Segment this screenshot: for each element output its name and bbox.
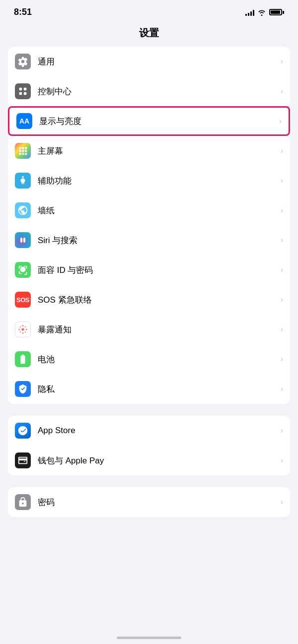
settings-row-battery[interactable]: 电池 › (8, 344, 290, 374)
appstore-icon (15, 423, 31, 439)
password-chevron: › (281, 498, 283, 507)
wallet-icon (15, 452, 31, 468)
settings-section-store: App Store › 钱包与 Apple Pay › (8, 416, 290, 475)
svg-point-22 (26, 329, 27, 330)
settings-row-password[interactable]: 密码 › (8, 487, 290, 517)
display-chevron: › (279, 117, 282, 126)
svg-rect-9 (25, 150, 27, 152)
wallpaper-icon (15, 202, 31, 218)
settings-section-passwords: 密码 › (8, 487, 290, 517)
sos-icon: SOS (15, 292, 31, 308)
sos-label: SOS 紧急联络 (38, 294, 277, 306)
svg-point-16 (21, 269, 22, 270)
privacy-chevron: › (281, 385, 283, 393)
settings-row-display[interactable]: AA 显示与亮度 › (8, 106, 290, 136)
general-chevron: › (281, 57, 283, 66)
exposure-chevron: › (281, 325, 283, 334)
privacy-icon (15, 381, 31, 397)
settings-section-general: 通用 › 控制中心 › AA 显示与亮度 › (8, 47, 290, 404)
svg-point-25 (25, 326, 26, 327)
settings-row-privacy[interactable]: 隐私 › (8, 374, 290, 404)
svg-rect-6 (25, 147, 27, 149)
status-bar: 8:51 (0, 0, 298, 21)
homescreen-icon (15, 143, 31, 159)
settings-row-homescreen[interactable]: 主屏幕 › (8, 136, 290, 166)
appstore-label: App Store (38, 426, 277, 436)
display-icon: AA (16, 113, 32, 129)
settings-row-sos[interactable]: SOS SOS 紧急联络 › (8, 285, 290, 315)
svg-rect-3 (24, 92, 27, 95)
display-label: 显示与亮度 (39, 116, 275, 127)
settings-row-siri[interactable]: Siri 与搜索 › (8, 225, 290, 255)
control-icon (15, 83, 31, 99)
svg-point-23 (20, 326, 21, 327)
wallpaper-label: 墙纸 (38, 205, 277, 216)
svg-rect-5 (22, 147, 24, 149)
accessibility-chevron: › (281, 176, 283, 185)
battery-chevron: › (281, 355, 283, 364)
homescreen-chevron: › (281, 146, 283, 155)
svg-rect-11 (22, 153, 24, 155)
general-label: 通用 (38, 56, 277, 67)
faceid-icon (15, 262, 31, 278)
accessibility-icon (15, 173, 31, 189)
status-time: 8:51 (14, 7, 32, 17)
svg-point-20 (22, 332, 24, 334)
svg-point-15 (23, 238, 26, 243)
svg-rect-27 (24, 461, 26, 462)
homescreen-label: 主屏幕 (38, 145, 277, 157)
settings-row-control[interactable]: 控制中心 › (8, 76, 290, 106)
exposure-label: 暴露通知 (38, 324, 277, 335)
svg-rect-10 (19, 153, 21, 155)
svg-rect-0 (19, 88, 22, 91)
sos-chevron: › (281, 295, 283, 304)
battery-label: 电池 (38, 354, 277, 365)
svg-point-14 (20, 238, 23, 243)
control-chevron: › (281, 87, 283, 96)
svg-point-17 (23, 269, 24, 270)
svg-point-18 (21, 328, 24, 331)
svg-point-24 (25, 331, 26, 332)
privacy-label: 隐私 (38, 384, 277, 395)
settings-row-faceid[interactable]: 面容 ID 与密码 › (8, 255, 290, 285)
wallpaper-chevron: › (281, 206, 283, 215)
svg-point-19 (22, 325, 24, 326)
password-icon (15, 494, 31, 510)
wallet-label: 钱包与 Apple Pay (38, 455, 277, 466)
settings-row-general[interactable]: 通用 › (8, 47, 290, 76)
settings-row-exposure[interactable]: 暴露通知 › (8, 315, 290, 344)
svg-rect-1 (24, 88, 27, 91)
svg-rect-7 (19, 150, 21, 152)
status-icons (245, 9, 284, 16)
password-label: 密码 (38, 497, 277, 508)
settings-row-wallet[interactable]: 钱包与 Apple Pay › (8, 446, 290, 475)
faceid-label: 面容 ID 与密码 (38, 264, 277, 276)
control-label: 控制中心 (38, 86, 277, 97)
battery-row-icon (15, 351, 31, 367)
siri-chevron: › (281, 236, 283, 245)
signal-bars-icon (245, 9, 254, 16)
home-indicator (117, 637, 181, 639)
faceid-chevron: › (281, 265, 283, 274)
settings-row-wallpaper[interactable]: 墙纸 › (8, 195, 290, 225)
svg-point-21 (18, 329, 20, 330)
exposure-icon (15, 322, 31, 337)
settings-row-appstore[interactable]: App Store › (8, 416, 290, 446)
page-title: 设置 (0, 21, 298, 47)
svg-rect-8 (22, 150, 24, 152)
battery-icon (269, 9, 284, 15)
svg-rect-2 (19, 92, 22, 95)
accessibility-label: 辅助功能 (38, 175, 277, 187)
svg-rect-4 (19, 147, 21, 149)
svg-point-13 (22, 176, 24, 178)
siri-label: Siri 与搜索 (38, 235, 277, 246)
svg-rect-12 (25, 153, 27, 155)
settings-row-accessibility[interactable]: 辅助功能 › (8, 166, 290, 195)
appstore-chevron: › (281, 426, 283, 435)
siri-icon (15, 232, 31, 248)
wifi-icon (257, 9, 266, 16)
svg-point-26 (20, 331, 21, 332)
wallet-chevron: › (281, 456, 283, 465)
general-icon (15, 54, 31, 69)
